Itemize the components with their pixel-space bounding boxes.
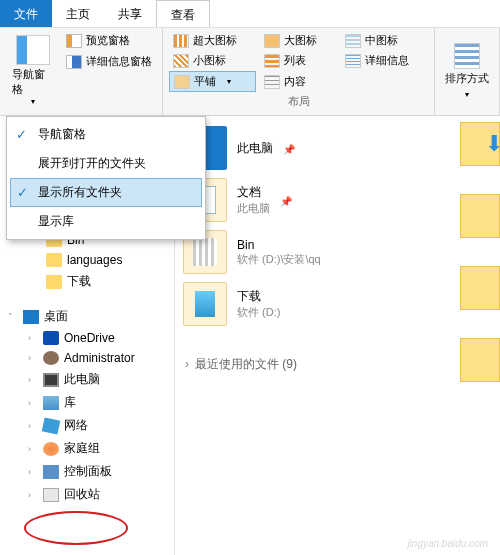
tab-bar: 文件 主页 共享 查看 bbox=[0, 0, 500, 28]
dd-show-lib[interactable]: 显示库 bbox=[10, 207, 202, 236]
tree-item-controlpanel[interactable]: ›控制面板 bbox=[6, 460, 174, 483]
recent-label: 最近使用的文件 (9) bbox=[195, 357, 297, 371]
tree-admin-label: Administrator bbox=[64, 351, 135, 365]
view-list[interactable]: 列表 bbox=[260, 51, 336, 70]
onedrive-icon bbox=[43, 331, 59, 345]
tree-recycle-label: 回收站 bbox=[64, 486, 100, 503]
view-content[interactable]: 内容 bbox=[260, 71, 336, 92]
file-name: Bin bbox=[237, 238, 321, 252]
tree-item-libraries[interactable]: ›库 bbox=[6, 391, 174, 414]
view-details[interactable]: 详细信息 bbox=[341, 51, 428, 70]
preview-pane-button[interactable]: 预览窗格 bbox=[62, 31, 156, 50]
preview-pane-label: 预览窗格 bbox=[86, 33, 130, 48]
file-name: 文档 bbox=[237, 184, 270, 201]
folder-icon bbox=[46, 275, 62, 289]
dd-nav-pane[interactable]: ✓导航窗格 bbox=[10, 120, 202, 149]
view-tiles-label: 平铺 bbox=[194, 74, 216, 89]
chevron-down-icon: ˅ bbox=[8, 312, 18, 322]
pc-icon bbox=[43, 373, 59, 387]
chevron-down-icon: ▾ bbox=[31, 97, 35, 106]
tab-view[interactable]: 查看 bbox=[156, 0, 210, 27]
chevron-right-icon: › bbox=[28, 421, 38, 431]
lg-icon bbox=[264, 34, 280, 48]
chevron-right-icon: › bbox=[28, 375, 38, 385]
chevron-right-icon: › bbox=[28, 444, 38, 454]
view-list-label: 列表 bbox=[284, 53, 306, 68]
content-pane: 此电脑 📌 文档此电脑 📌 Bin软件 (D:)\安装\qq 下载软件 (D:)… bbox=[175, 116, 500, 555]
view-lg-icons[interactable]: 大图标 bbox=[260, 31, 336, 50]
tree-item-languages[interactable]: languages bbox=[6, 250, 174, 270]
chevron-down-icon: ▾ bbox=[227, 77, 231, 86]
tree-lib-label: 库 bbox=[64, 394, 76, 411]
tree-item-admin[interactable]: ›Administrator bbox=[6, 348, 174, 368]
chevron-right-icon: › bbox=[28, 490, 38, 500]
tree-item-homegroup[interactable]: ›家庭组 bbox=[6, 437, 174, 460]
dd-expand-open[interactable]: 展开到打开的文件夹 bbox=[10, 149, 202, 178]
view-xl-label: 超大图标 bbox=[193, 33, 237, 48]
xl-icon bbox=[173, 34, 189, 48]
sort-by-button[interactable]: 排序方式▾ bbox=[441, 69, 493, 101]
file-item-bin[interactable]: Bin软件 (D:)\安装\qq bbox=[175, 226, 500, 278]
nav-pane-button[interactable]: 导航窗格 ▾ bbox=[6, 31, 60, 112]
tree-dl-label: 下载 bbox=[67, 273, 91, 290]
check-icon: ✓ bbox=[17, 185, 28, 200]
med-icon bbox=[345, 34, 361, 48]
chevron-right-icon: › bbox=[28, 353, 38, 363]
dd-show-all[interactable]: ✓显示所有文件夹 bbox=[10, 178, 202, 207]
dd-expand-label: 展开到打开的文件夹 bbox=[38, 155, 146, 172]
tree-item-network[interactable]: ›网络 bbox=[6, 414, 174, 437]
tree-item-desktop[interactable]: ˅桌面 bbox=[6, 305, 174, 328]
file-item-docs[interactable]: 文档此电脑 📌 bbox=[175, 174, 500, 226]
tree-item-recycle[interactable]: ›回收站 bbox=[6, 483, 174, 506]
sort-icon bbox=[454, 43, 480, 69]
chevron-right-icon: › bbox=[28, 333, 38, 343]
network-icon bbox=[42, 417, 61, 434]
sort-label: 排序方式 bbox=[445, 71, 489, 86]
view-sm-icons[interactable]: 小图标 bbox=[169, 51, 256, 70]
folder-icon bbox=[460, 194, 500, 238]
dd-nav-pane-label: 导航窗格 bbox=[38, 126, 86, 143]
view-sm-label: 小图标 bbox=[193, 53, 226, 68]
tree-od-label: OneDrive bbox=[64, 331, 115, 345]
recycle-icon bbox=[43, 488, 59, 502]
view-tiles[interactable]: 平铺 ▾ bbox=[169, 71, 256, 92]
view-med-icons[interactable]: 中图标 bbox=[341, 31, 428, 50]
view-lg-label: 大图标 bbox=[284, 33, 317, 48]
library-icon bbox=[43, 396, 59, 410]
file-name: 下载 bbox=[237, 288, 280, 305]
group-layout-label: 布局 bbox=[169, 94, 428, 109]
tab-home[interactable]: 主页 bbox=[52, 0, 104, 27]
file-item-thispc[interactable]: 此电脑 📌 bbox=[175, 122, 500, 174]
tree-pc-label: 此电脑 bbox=[64, 371, 100, 388]
details-pane-icon bbox=[66, 55, 82, 69]
chevron-right-icon: › bbox=[185, 357, 189, 371]
tab-share[interactable]: 共享 bbox=[104, 0, 156, 27]
dd-show-all-label: 显示所有文件夹 bbox=[38, 184, 122, 201]
file-sub: 软件 (D:)\安装\qq bbox=[237, 252, 321, 267]
tree-item-downloads[interactable]: 下载 bbox=[6, 270, 174, 293]
tree-net-label: 网络 bbox=[64, 417, 88, 434]
view-med-label: 中图标 bbox=[365, 33, 398, 48]
folder-icon bbox=[460, 122, 500, 166]
recent-files-header[interactable]: ›最近使用的文件 (9) bbox=[175, 350, 500, 379]
nav-pane-label: 导航窗格 bbox=[12, 67, 54, 97]
sm-icon bbox=[173, 54, 189, 68]
preview-pane-icon bbox=[66, 34, 82, 48]
tree-desktop-label: 桌面 bbox=[44, 308, 68, 325]
nav-pane-dropdown: ✓导航窗格 展开到打开的文件夹 ✓显示所有文件夹 显示库 bbox=[6, 116, 206, 240]
chevron-right-icon: › bbox=[28, 398, 38, 408]
file-item-downloads[interactable]: 下载软件 (D:) bbox=[175, 278, 500, 330]
dd-show-lib-label: 显示库 bbox=[38, 213, 74, 230]
tile-icon bbox=[174, 75, 190, 89]
tab-file[interactable]: 文件 bbox=[0, 0, 52, 27]
file-name: 此电脑 bbox=[237, 140, 273, 157]
tree-item-thispc[interactable]: ›此电脑 bbox=[6, 368, 174, 391]
user-icon bbox=[43, 351, 59, 365]
chevron-right-icon: › bbox=[28, 467, 38, 477]
desktop-icon bbox=[23, 310, 39, 324]
file-sub: 此电脑 bbox=[237, 201, 270, 216]
details-pane-button[interactable]: 详细信息窗格 bbox=[62, 52, 156, 71]
view-xl-icons[interactable]: 超大图标 bbox=[169, 31, 256, 50]
folder-icon bbox=[183, 282, 227, 326]
tree-item-onedrive[interactable]: ›OneDrive bbox=[6, 328, 174, 348]
